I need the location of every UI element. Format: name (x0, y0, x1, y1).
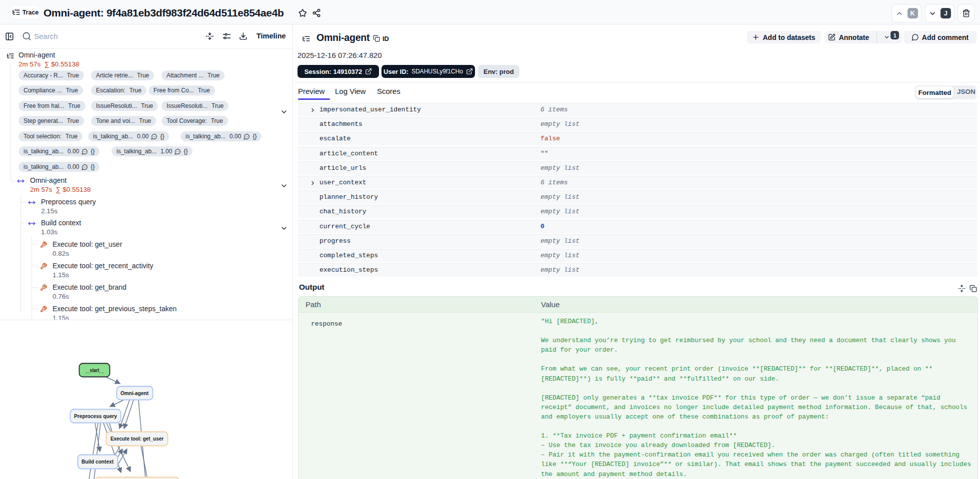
svg-text:Execute tool: get_user: Execute tool: get_user (110, 436, 164, 442)
svg-text:Build context: Build context (82, 459, 114, 465)
svg-text:Preprocess query: Preprocess query (74, 413, 118, 419)
svg-text:Omni-agent: Omni-agent (120, 390, 148, 396)
svg-text:__start__: __start__ (84, 367, 104, 373)
